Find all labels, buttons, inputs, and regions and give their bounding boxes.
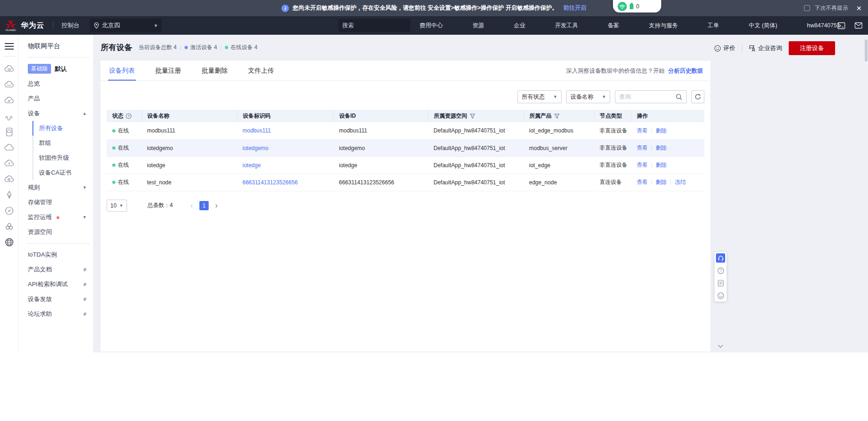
review-button[interactable]: 评价 <box>714 44 735 52</box>
tab-batch-register[interactable]: 批量注册 <box>154 67 182 81</box>
sidebar-item-overview[interactable]: 总览 <box>19 76 93 91</box>
cell-node-type: 直连设备 <box>594 174 631 191</box>
query-searchbox[interactable] <box>615 90 687 103</box>
sidebar-item-device-provision[interactable]: 设备发放 <box>19 292 93 307</box>
dismiss-checkbox[interactable] <box>804 5 810 11</box>
sidebar-item-forum-help[interactable]: 论坛求助 <box>19 307 93 321</box>
console-link[interactable]: 控制台 <box>62 21 80 30</box>
sidebar-item-monitor[interactable]: 监控运维 ▼ <box>19 210 93 225</box>
sidebar-item-firmware-upgrade[interactable]: 软固件升级 <box>32 151 93 165</box>
tab-batch-delete[interactable]: 批量删除 <box>201 67 229 81</box>
nav-item-ticket[interactable]: 工单 <box>708 22 719 30</box>
analyze-history-link[interactable]: 分析历史数据 <box>668 68 703 74</box>
cloud-upload-icon[interactable] <box>4 158 15 169</box>
tab-file-upload[interactable]: 文件上传 <box>247 67 275 81</box>
delete-link[interactable]: 删除 <box>656 127 667 134</box>
sidebar-item-resource-space[interactable]: 资源空间 <box>19 225 93 239</box>
scrollbar-thumb[interactable] <box>865 39 868 62</box>
enterprise-consult-button[interactable]: 企业咨询 <box>749 44 782 52</box>
search-input[interactable] <box>342 22 417 29</box>
view-link[interactable]: 查看 <box>637 127 648 134</box>
sidebar-item-device-ca-cert[interactable]: 设备CA证书 <box>32 165 93 180</box>
next-page-button[interactable]: › <box>212 201 220 210</box>
funnel-icon[interactable] <box>470 113 475 119</box>
sidebar-item-rules[interactable]: 规则 ▼ <box>19 180 93 195</box>
cloud-server-icon[interactable] <box>4 63 15 75</box>
edition-badge: 基础版 <box>28 64 51 74</box>
freeze-link[interactable]: 冻结 <box>675 179 686 185</box>
terminal-icon[interactable] <box>837 22 845 29</box>
table-row[interactable]: 在线 iotedgemo iotedgemo iotedgemo Default… <box>107 139 704 157</box>
sidebar-item-device[interactable]: 设备 ▲ <box>19 106 93 121</box>
edge-device-icon[interactable] <box>4 126 15 138</box>
sidebar-item-product-docs[interactable]: 产品文档 <box>19 262 93 277</box>
search-icon[interactable] <box>676 94 683 101</box>
tab-device-list[interactable]: 设备列表 <box>108 67 136 81</box>
huawei-logo[interactable]: HUAWEI <box>6 20 16 31</box>
feedback-button[interactable] <box>716 291 725 300</box>
nav-item-username[interactable]: hw84740751 <box>807 22 840 29</box>
table-row[interactable]: 在线 iotedge iotedge iotedge DefaultApp_hw… <box>107 157 704 174</box>
close-icon[interactable]: × <box>856 4 862 13</box>
page-number-button[interactable]: 1 <box>199 201 209 210</box>
cell-device-id: 666311413123526656 <box>333 174 428 191</box>
global-search[interactable] <box>338 19 410 32</box>
funnel-icon[interactable] <box>554 113 560 119</box>
sidebar-item-all-devices[interactable]: 所有设备 <box>32 121 93 136</box>
sidebar-item-groups[interactable]: 群组 <box>32 136 93 151</box>
delete-link[interactable]: 删除 <box>656 162 667 168</box>
delete-link[interactable]: 删除 <box>656 179 667 185</box>
field-dropdown[interactable]: 设备名称 ▼ <box>566 90 610 103</box>
nav-item-devtools[interactable]: 开发工具 <box>555 22 578 30</box>
wifi-icon <box>618 2 627 11</box>
collapse-toolbar-button[interactable] <box>718 345 723 348</box>
cluster-icon[interactable] <box>4 221 15 232</box>
refresh-button[interactable] <box>691 90 704 103</box>
hamburger-icon[interactable] <box>5 40 14 56</box>
sidebar-item-storage[interactable]: 存储管理 <box>19 195 93 210</box>
nav-item-billing[interactable]: 费用中心 <box>420 22 443 30</box>
table-row[interactable]: 在线 test_node 666311413123526656 66631141… <box>107 174 704 191</box>
sidebar-item-api-explorer[interactable]: API检索和调试 <box>19 277 93 292</box>
sidebar-item-iotda-instance[interactable]: IoTDA实例 <box>19 247 93 262</box>
prev-page-button[interactable]: ‹ <box>188 201 196 210</box>
help-button[interactable]: ? <box>716 266 725 275</box>
beacon-icon[interactable] <box>4 189 15 201</box>
cloud-card-icon[interactable] <box>4 95 15 106</box>
nav-item-resources[interactable]: 资源 <box>472 22 484 30</box>
nav-item-icp[interactable]: 备案 <box>608 22 619 30</box>
sidebar-item-product[interactable]: 产品 <box>19 91 93 106</box>
device-code-link[interactable]: modbus111 <box>243 127 271 134</box>
cloud-more-icon[interactable] <box>4 79 15 90</box>
view-link[interactable]: 查看 <box>637 145 648 151</box>
assistant-widget[interactable]: 0 <box>613 0 661 13</box>
banner-action-link[interactable]: 前往开启 <box>563 4 587 12</box>
banner-message: 您尚未开启敏感操作保护，存在安全风险，请您前往 安全设置>敏感操作>操作保护 开… <box>293 4 558 12</box>
device-code-link[interactable]: iotedgemo <box>243 145 268 151</box>
view-link[interactable]: 查看 <box>637 179 648 185</box>
survey-button[interactable] <box>716 278 725 288</box>
status-dropdown[interactable]: 所有状态 ▼ <box>517 90 562 103</box>
mail-icon[interactable] <box>855 22 862 29</box>
view-link[interactable]: 查看 <box>637 162 648 168</box>
region-selector[interactable]: 北京四 ▼ <box>90 19 162 32</box>
query-input[interactable] <box>619 94 676 100</box>
help-icon[interactable]: ? <box>126 113 132 119</box>
register-device-button[interactable]: 注册设备 <box>789 41 835 55</box>
brand-name[interactable]: 华为云 <box>21 21 45 31</box>
device-code-link[interactable]: iotedge <box>243 162 261 169</box>
cloud-clock-icon[interactable] <box>4 174 15 185</box>
device-code-link[interactable]: 666311413123526656 <box>243 179 298 186</box>
table-row[interactable]: 在线 modbus111 modbus111 modbus111 Default… <box>107 122 704 139</box>
edition-name[interactable]: 默认 <box>55 65 67 73</box>
delete-link[interactable]: 删除 <box>656 145 667 151</box>
page-size-select[interactable]: 10 ▼ <box>107 200 127 212</box>
nav-item-support[interactable]: 支持与服务 <box>649 22 678 30</box>
waves-icon[interactable] <box>4 111 15 122</box>
nav-item-language[interactable]: 中文 (简体) <box>749 22 778 30</box>
ip-icon[interactable]: IP <box>4 205 15 216</box>
customer-service-button[interactable] <box>716 253 725 263</box>
globe-icon[interactable] <box>4 237 15 248</box>
cloud-icon[interactable] <box>4 142 15 153</box>
nav-item-enterprise[interactable]: 企业 <box>514 22 525 30</box>
